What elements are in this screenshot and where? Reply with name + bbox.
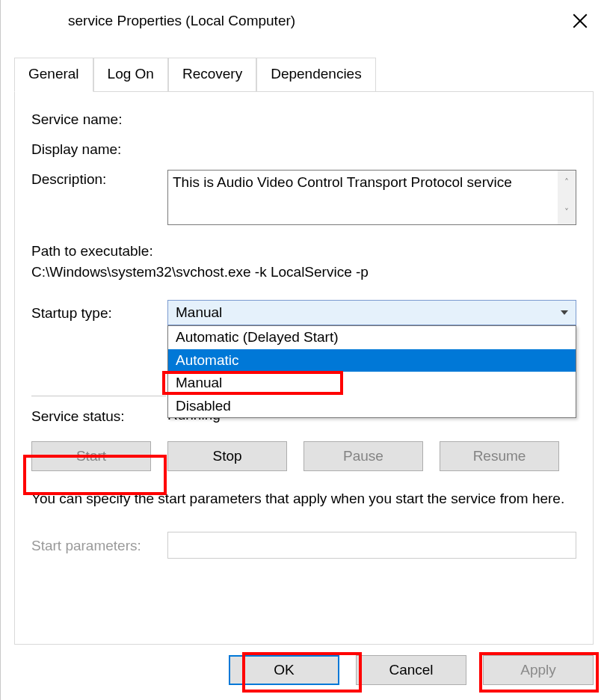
description-text: This is Audio Video Control Transport Pr… [173,174,553,221]
path-label: Path to executable: [31,243,576,260]
start-parameters-input[interactable] [167,532,576,559]
start-parameters-help: You can specify the start parameters tha… [31,489,576,509]
description-scrollbar[interactable]: ˄ ˅ [558,171,576,224]
service-action-buttons: Start Stop Pause Resume [31,441,576,471]
tab-general[interactable]: General [14,58,93,92]
close-icon [573,13,588,28]
start-button[interactable]: Start [31,441,151,471]
startup-type-dropdown[interactable]: Manual [167,300,576,325]
apply-button[interactable]: Apply [483,655,594,685]
chevron-down-icon [561,310,568,315]
option-automatic-delayed[interactable]: Automatic (Delayed Start) [168,326,576,349]
path-block: Path to executable: C:\Windows\system32\… [31,243,576,280]
option-automatic[interactable]: Automatic [168,349,576,372]
startup-type-dropdown-list: Automatic (Delayed Start) Automatic Manu… [167,325,576,418]
dialog-buttons: OK Cancel Apply [1,645,607,685]
description-box[interactable]: This is Audio Video Control Transport Pr… [167,170,576,225]
ok-button[interactable]: OK [229,655,339,685]
resume-button[interactable]: Resume [440,441,559,471]
option-manual[interactable]: Manual [168,372,576,395]
startup-row: Startup type: Manual Automatic (Delayed … [31,300,576,325]
cancel-button[interactable]: Cancel [356,655,466,685]
path-value: C:\Windows\system32\svchost.exe -k Local… [31,264,576,280]
stop-button[interactable]: Stop [167,441,287,471]
close-button[interactable] [562,3,598,39]
pause-button[interactable]: Pause [304,441,423,471]
service-status-label: Service status: [31,407,167,425]
separator-line [31,396,166,396]
titlebar: service Properties (Local Computer) [1,0,607,42]
scroll-up-icon[interactable]: ˄ [558,171,576,194]
description-label: Description: [31,170,167,188]
window-title: service Properties (Local Computer) [68,13,295,29]
start-parameters-row: Start parameters: [31,532,576,559]
startup-type-selected: Manual [176,304,222,321]
display-name-label: Display name: [31,140,167,158]
tabs-row: General Log On Recovery Dependencies [14,57,594,91]
scroll-down-icon[interactable]: ˅ [558,200,576,224]
start-parameters-label: Start parameters: [31,536,167,554]
tab-recovery[interactable]: Recovery [168,58,256,92]
service-properties-window: service Properties (Local Computer) Gene… [0,0,607,700]
service-name-label: Service name: [31,110,167,128]
option-disabled[interactable]: Disabled [168,395,576,418]
tab-panel-general: Service name: Display name: Description:… [14,91,594,645]
tab-log-on[interactable]: Log On [93,58,168,92]
tabs-container: General Log On Recovery Dependencies Ser… [14,57,594,645]
startup-type-label: Startup type: [31,304,167,322]
tab-dependencies[interactable]: Dependencies [256,58,375,92]
